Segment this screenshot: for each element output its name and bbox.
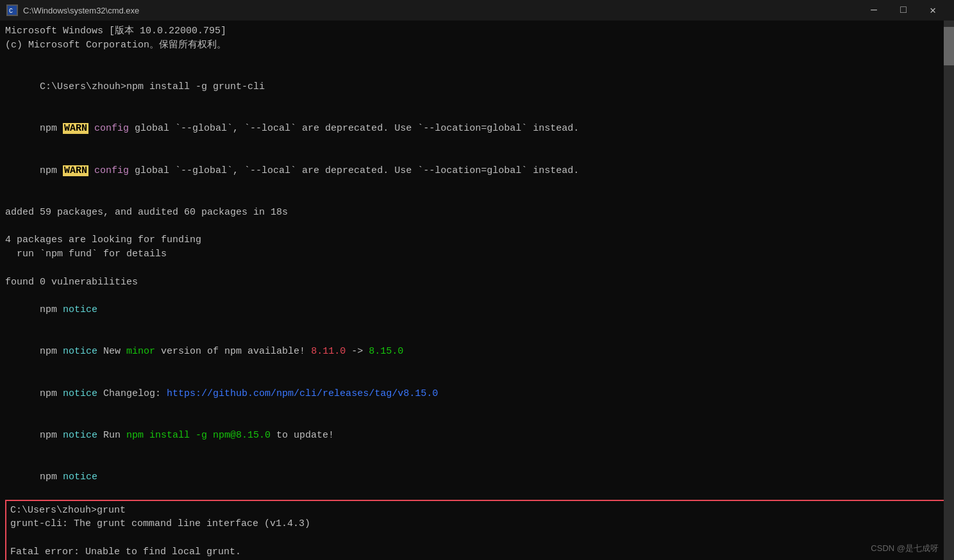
window-controls: — □ ✕ xyxy=(859,0,948,21)
line-win-version: Microsoft Windows [版本 10.0.22000.795] xyxy=(5,24,949,38)
minimize-button[interactable]: — xyxy=(859,0,889,21)
hl-line-blank-1 xyxy=(10,531,944,545)
scrollbar[interactable] xyxy=(944,21,954,560)
line-blank-3 xyxy=(5,220,949,234)
hl-line-prompt-grunt: C:\Users\zhouh>grunt xyxy=(10,504,944,518)
titlebar: C C:\Windows\system32\cmd.exe — □ ✕ xyxy=(0,0,954,21)
maximize-button[interactable]: □ xyxy=(889,0,918,21)
close-button[interactable]: ✕ xyxy=(918,0,948,21)
window-title: C:\Windows\system32\cmd.exe xyxy=(23,6,859,15)
line-npm-install-cmd: C:\Users\zhouh>npm install -g grunt-cli xyxy=(5,66,949,108)
line-blank-4 xyxy=(5,261,949,276)
line-blank-2 xyxy=(5,192,949,206)
terminal-body[interactable]: Microsoft Windows [版本 10.0.22000.795] (c… xyxy=(0,21,954,560)
line-notice-minor: npm notice New minor version of npm avai… xyxy=(5,331,949,373)
line-warn-1: npm WARN config global `--global`, `--lo… xyxy=(5,108,949,150)
hl-line-grunt-cli: grunt-cli: The grunt command line interf… xyxy=(10,517,944,531)
line-notice-run: npm notice Run npm install -g npm@8.15.0… xyxy=(5,415,949,456)
line-added: added 59 packages, and audited 60 packag… xyxy=(5,206,949,220)
line-notice-1: npm notice xyxy=(5,289,949,331)
line-fund-run: run `npm fund` for details xyxy=(5,247,949,261)
hl-line-fatal: Fatal error: Unable to find local grunt. xyxy=(10,545,944,559)
highlighted-error-section: C:\Users\zhouh>grunt grunt-cli: The grun… xyxy=(5,500,949,561)
cmd-window: C C:\Windows\system32\cmd.exe — □ ✕ Micr… xyxy=(0,0,954,560)
svg-text:C: C xyxy=(9,8,13,15)
line-notice-changelog: npm notice Changelog: https://github.com… xyxy=(5,373,949,415)
line-warn-2: npm WARN config global `--global`, `--lo… xyxy=(5,150,949,192)
watermark: CSDN @是七成呀 xyxy=(871,543,939,555)
line-vuln: found 0 vulnerabilities xyxy=(5,276,949,290)
line-win-copyright: (c) Microsoft Corporation。保留所有权利。 xyxy=(5,38,949,53)
line-funding: 4 packages are looking for funding xyxy=(5,233,949,247)
line-notice-2: npm notice xyxy=(5,456,949,498)
line-blank-1 xyxy=(5,53,949,67)
app-icon: C xyxy=(6,4,18,16)
scrollbar-thumb[interactable] xyxy=(944,27,954,65)
